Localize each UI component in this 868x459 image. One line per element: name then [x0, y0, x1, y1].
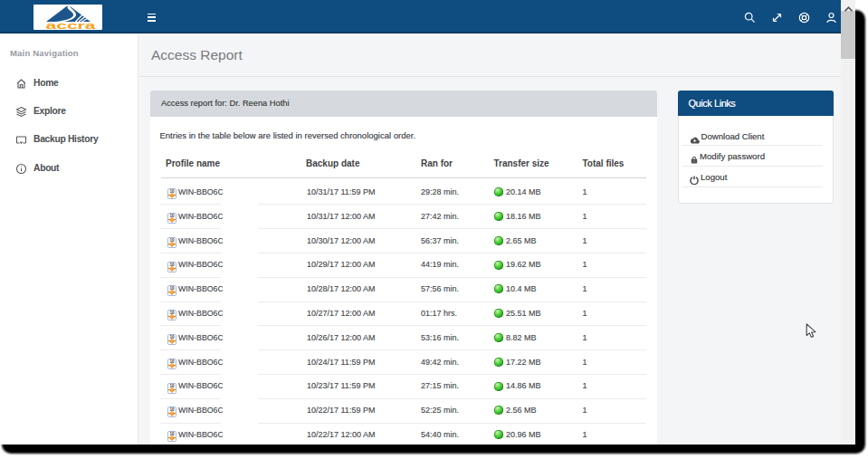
svg-text:accra: accra [46, 20, 96, 30]
